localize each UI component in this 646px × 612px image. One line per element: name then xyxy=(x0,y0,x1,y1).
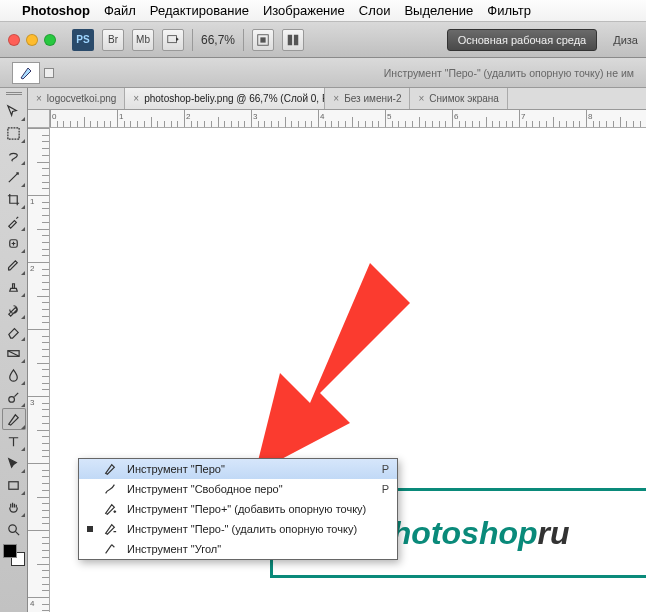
svg-rect-9 xyxy=(9,481,18,489)
dodge-tool[interactable] xyxy=(2,386,26,408)
close-tab-icon[interactable]: × xyxy=(36,93,42,104)
menu-select[interactable]: Выделение xyxy=(404,3,473,18)
workspace-next[interactable]: Диза xyxy=(613,34,638,46)
flyout-item-convert-point[interactable]: Инструмент "Угол" xyxy=(79,539,397,559)
brush-tool[interactable] xyxy=(2,254,26,276)
panel-grip[interactable] xyxy=(4,92,24,98)
tool-options-bar: Инструмент "Перо-" (удалить опорную точк… xyxy=(0,58,646,88)
tool-palette xyxy=(0,88,28,612)
separator xyxy=(192,29,193,51)
pen-minus-icon xyxy=(101,522,119,536)
app-name[interactable]: Photoshop xyxy=(22,3,90,18)
path-selection-tool[interactable] xyxy=(2,452,26,474)
clone-stamp-tool[interactable] xyxy=(2,276,26,298)
close-tab-icon[interactable]: × xyxy=(333,93,339,104)
horizontal-ruler[interactable]: 0123456789 xyxy=(50,110,646,128)
canvas-wrap: 1234 Photoshopru Инструмент "Перо" P xyxy=(28,128,646,612)
separator xyxy=(243,29,244,51)
view-extras-button[interactable] xyxy=(252,29,274,51)
minibridge-button[interactable]: Mb xyxy=(132,29,154,51)
svg-rect-2 xyxy=(260,37,265,42)
document-tabs: ×logocvetkoi.png ×photoshop-beliy.png @ … xyxy=(28,88,646,110)
document-tab[interactable]: ×photoshop-beliy.png @ 66,7% (Слой 0, RG… xyxy=(125,88,325,109)
magic-wand-tool[interactable] xyxy=(2,166,26,188)
preset-dropdown[interactable] xyxy=(44,68,54,78)
app-toolbar: PS Br Mb 66,7%▼ Основная рабочая среда Д… xyxy=(0,22,646,58)
history-brush-tool[interactable] xyxy=(2,298,26,320)
logo-text: Photoshopru xyxy=(370,515,569,552)
convert-point-icon xyxy=(101,542,119,556)
pen-tool-flyout: Инструмент "Перо" P Инструмент "Свободно… xyxy=(78,458,398,560)
pen-tool[interactable] xyxy=(2,408,26,430)
ruler-origin[interactable] xyxy=(28,110,50,128)
zoom-window[interactable] xyxy=(44,34,56,46)
menu-image[interactable]: Изображение xyxy=(263,3,345,18)
app-logo-icon: PS xyxy=(72,29,94,51)
eyedropper-tool[interactable] xyxy=(2,210,26,232)
rectangle-tool[interactable] xyxy=(2,474,26,496)
color-swatches[interactable] xyxy=(3,544,25,566)
svg-rect-3 xyxy=(288,34,292,45)
zoom-level[interactable]: 66,7%▼ xyxy=(201,33,235,47)
menu-layers[interactable]: Слои xyxy=(359,3,391,18)
canvas[interactable]: Photoshopru Инструмент "Перо" P xyxy=(50,128,646,612)
menu-edit[interactable]: Редактирование xyxy=(150,3,249,18)
marquee-tool[interactable] xyxy=(2,122,26,144)
flyout-item-delete-anchor[interactable]: Инструмент "Перо-" (удалить опорную точк… xyxy=(79,519,397,539)
svg-point-8 xyxy=(9,396,15,402)
minimize-window[interactable] xyxy=(26,34,38,46)
window-controls xyxy=(8,34,56,46)
workspace-switcher[interactable]: Основная рабочая среда xyxy=(447,29,598,51)
screen-mode-button[interactable] xyxy=(162,29,184,51)
close-tab-icon[interactable]: × xyxy=(418,93,424,104)
eraser-tool[interactable] xyxy=(2,320,26,342)
flyout-item-freeform-pen[interactable]: Инструмент "Свободное перо" P xyxy=(79,479,397,499)
gradient-tool[interactable] xyxy=(2,342,26,364)
type-tool[interactable] xyxy=(2,430,26,452)
document-tab[interactable]: ×logocvetkoi.png xyxy=(28,88,125,109)
freeform-pen-icon xyxy=(101,482,119,496)
vertical-ruler[interactable]: 1234 xyxy=(28,128,50,612)
svg-marker-11 xyxy=(255,263,410,473)
menu-file[interactable]: Файл xyxy=(104,3,136,18)
menu-filter[interactable]: Фильтр xyxy=(487,3,531,18)
document-tab[interactable]: ×Без имени-2 xyxy=(325,88,410,109)
lasso-tool[interactable] xyxy=(2,144,26,166)
healing-brush-tool[interactable] xyxy=(2,232,26,254)
arrange-documents-button[interactable] xyxy=(282,29,304,51)
svg-rect-0 xyxy=(168,35,177,42)
zoom-tool[interactable] xyxy=(2,518,26,540)
pen-plus-icon xyxy=(101,502,119,516)
macos-menubar: Photoshop Файл Редактирование Изображени… xyxy=(0,0,646,22)
document-area: ×logocvetkoi.png ×photoshop-beliy.png @ … xyxy=(28,88,646,612)
workspace: ×logocvetkoi.png ×photoshop-beliy.png @ … xyxy=(0,88,646,612)
tool-hint-text: Инструмент "Перо-" (удалить опорную точк… xyxy=(384,67,634,79)
tool-preset-picker[interactable] xyxy=(12,62,40,84)
hand-tool[interactable] xyxy=(2,496,26,518)
close-tab-icon[interactable]: × xyxy=(133,93,139,104)
document-tab[interactable]: ×Снимок экрана xyxy=(410,88,507,109)
ruler-row: 0123456789 xyxy=(28,110,646,128)
close-window[interactable] xyxy=(8,34,20,46)
current-tool-marker xyxy=(87,526,93,532)
bridge-button[interactable]: Br xyxy=(102,29,124,51)
blur-tool[interactable] xyxy=(2,364,26,386)
crop-tool[interactable] xyxy=(2,188,26,210)
flyout-item-add-anchor[interactable]: Инструмент "Перо+" (добавить опорную точ… xyxy=(79,499,397,519)
move-tool[interactable] xyxy=(2,100,26,122)
pen-icon xyxy=(101,462,119,476)
svg-point-10 xyxy=(9,524,17,532)
svg-rect-5 xyxy=(8,127,19,138)
svg-rect-4 xyxy=(294,34,298,45)
flyout-item-pen[interactable]: Инструмент "Перо" P xyxy=(79,459,397,479)
